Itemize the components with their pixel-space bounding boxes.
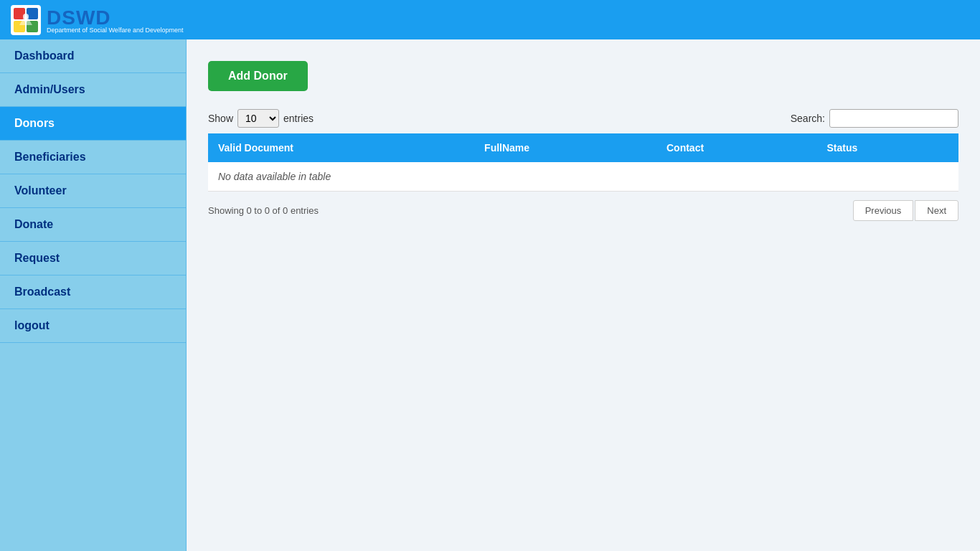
logo-icon <box>11 5 41 35</box>
sidebar-item-donors[interactable]: Donors <box>0 107 186 141</box>
svg-point-6 <box>23 14 29 19</box>
col-valid-document: Valid Document <box>208 133 474 162</box>
logo-subtitle: Department of Social Welfare and Develop… <box>47 27 183 34</box>
pagination-area: Showing 0 to 0 of 0 entries Previous Nex… <box>208 200 958 221</box>
layout: DashboardAdmin/UsersDonorsBeneficiariesV… <box>0 39 980 551</box>
sidebar-item-broadcast[interactable]: Broadcast <box>0 276 186 309</box>
col-status: Status <box>816 133 958 162</box>
showing-text: Showing 0 to 0 of 0 entries <box>208 205 319 216</box>
header: DSWD Department of Social Welfare and De… <box>0 0 980 39</box>
logo-area: DSWD Department of Social Welfare and De… <box>11 5 183 35</box>
sidebar-item-donate[interactable]: Donate <box>0 208 186 242</box>
logo-brand: DSWD Department of Social Welfare and De… <box>47 6 183 34</box>
col-fullname: FullName <box>474 133 656 162</box>
sidebar-item-request[interactable]: Request <box>0 242 186 276</box>
entries-label: entries <box>283 113 314 124</box>
main-content: Add Donor Show 102550100 entries Search:… <box>187 39 980 551</box>
next-button[interactable]: Next <box>915 200 958 221</box>
sidebar-item-volunteer[interactable]: Volunteer <box>0 174 186 208</box>
show-entries-control: Show 102550100 entries <box>208 109 314 128</box>
sidebar-item-dashboard[interactable]: Dashboard <box>0 39 186 73</box>
sidebar-item-beneficiaries[interactable]: Beneficiaries <box>0 141 186 174</box>
no-data-cell: No data available in table <box>208 162 958 192</box>
no-data-row: No data available in table <box>208 162 958 192</box>
table-controls: Show 102550100 entries Search: <box>208 109 958 128</box>
sidebar-item-logout[interactable]: logout <box>0 309 186 343</box>
search-area: Search: <box>791 109 958 128</box>
sidebar: DashboardAdmin/UsersDonorsBeneficiariesV… <box>0 39 187 551</box>
entries-select[interactable]: 102550100 <box>237 109 279 128</box>
table-header-row: Valid DocumentFullNameContactStatus <box>208 133 958 162</box>
donors-table: Valid DocumentFullNameContactStatus No d… <box>208 133 958 192</box>
show-label: Show <box>208 113 233 124</box>
add-donor-button[interactable]: Add Donor <box>208 61 308 91</box>
pagination-buttons: Previous Next <box>853 200 958 221</box>
col-contact: Contact <box>656 133 817 162</box>
search-label: Search: <box>791 113 825 124</box>
previous-button[interactable]: Previous <box>853 200 914 221</box>
sidebar-item-admin-users[interactable]: Admin/Users <box>0 73 186 107</box>
search-input[interactable] <box>829 109 958 128</box>
